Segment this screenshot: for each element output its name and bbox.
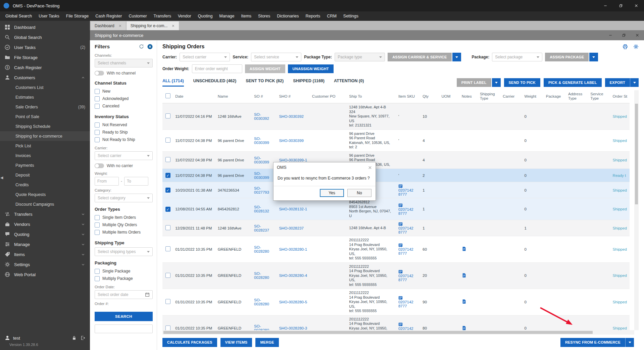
column-header-so[interactable]: SO #: [252, 90, 277, 103]
print-label-dropdown[interactable]: [492, 78, 501, 87]
sho-link[interactable]: SHO-0030392: [279, 114, 304, 118]
menu-item-manage[interactable]: Manage: [216, 11, 238, 21]
print-label-button[interactable]: PRINT LABEL: [457, 78, 491, 87]
table-row[interactable]: 12/08/2021 04:55 AM8454262812SO-0028132S…: [162, 198, 630, 220]
column-header-date[interactable]: Date: [173, 90, 216, 103]
menu-item-dictionaries[interactable]: Dictionaries: [274, 11, 302, 21]
row-checkbox[interactable]: [165, 326, 170, 330]
close-button[interactable]: [629, 0, 644, 11]
weight-from-input[interactable]: [95, 177, 119, 186]
status-tab-sent-to-pick-82[interactable]: SENT TO PICK (82): [246, 79, 284, 87]
printer-icon[interactable]: [623, 44, 628, 49]
carrier-select[interactable]: Select carrier: [95, 151, 153, 160]
mdi-minimize-icon[interactable]: [608, 33, 612, 37]
sku-value[interactable]: 0207142 8777: [398, 327, 413, 330]
table-row[interactable]: 01/31/2022 10:35 PMGREENFELDSO-0028280SH…: [162, 236, 630, 263]
row-checkbox[interactable]: [165, 138, 170, 143]
pick-generate-label-button[interactable]: PICK & GENERATE LABEL: [544, 78, 602, 87]
menu-item-customer[interactable]: Customer: [125, 11, 150, 21]
calculate-packages-button[interactable]: CALCULATE PACKAGES: [162, 338, 217, 347]
checkbox-box[interactable]: [95, 269, 100, 274]
export-button[interactable]: EXPORT: [605, 78, 630, 87]
sidebar-item-quoting[interactable]: Quoting: [0, 229, 90, 239]
column-header-sho[interactable]: SHO #: [277, 90, 310, 103]
menu-item-stores[interactable]: Stores: [255, 11, 274, 21]
sidebar-item-vendors[interactable]: Vendors: [0, 219, 90, 229]
sidebar-item-cash-register[interactable]: $Cash Register: [0, 62, 90, 72]
checkbox-canceled[interactable]: Canceled: [95, 102, 153, 110]
note-icon[interactable]: [462, 246, 466, 251]
tab-close-icon[interactable]: [118, 24, 122, 28]
toolbar-carrier-select[interactable]: Select carrier: [180, 53, 230, 61]
sidebar-item-settings[interactable]: Settings: [0, 259, 90, 269]
note-icon[interactable]: [462, 299, 466, 304]
with-no-channel-toggle[interactable]: With no channel: [95, 71, 153, 76]
table-row[interactable]: 12/28/2021 11:48 PM1248 16thAveSO-002823…: [162, 220, 630, 236]
row-checkbox[interactable]: [165, 113, 170, 118]
checkbox-multiple-qty-orders[interactable]: Multiple Qty Orders: [95, 221, 153, 229]
filters-close-icon[interactable]: [147, 44, 153, 49]
sidebar-item-manage[interactable]: Manage: [0, 239, 90, 249]
status-tab-unscheduled-462[interactable]: UNSCHEDULED (462): [193, 79, 237, 87]
sho-link[interactable]: SHO-0030399-1: [279, 158, 307, 162]
resync-from-ecommerce-button[interactable]: RESYNC FROM E-COMMERCE: [560, 338, 625, 347]
checkbox-box[interactable]: [95, 89, 100, 94]
menu-item-file-storage[interactable]: File Storage: [63, 11, 92, 21]
sidebar-item-global-search[interactable]: Global Search: [0, 32, 90, 42]
note-icon[interactable]: [462, 326, 466, 330]
sku-value[interactable]: 0207142 8777: [398, 300, 413, 308]
so-link[interactable]: SO-0030392: [254, 112, 269, 120]
sho-link[interactable]: SHO-0028132-1: [279, 207, 307, 211]
sidebar-item-customers-list[interactable]: Customers List: [0, 83, 90, 92]
menu-item-reports[interactable]: Reports: [302, 11, 324, 21]
status-tab-all-1714[interactable]: ALL (1714): [162, 79, 184, 87]
sidebar-collapse-arrow[interactable]: ◀: [0, 176, 3, 180]
column-header-service-type[interactable]: Service Type: [588, 90, 610, 103]
mdi-restore-icon[interactable]: [622, 33, 626, 37]
logout-icon[interactable]: [81, 336, 85, 340]
checkbox-new[interactable]: New: [95, 88, 153, 95]
row-checkbox[interactable]: [165, 188, 170, 193]
sidebar-item-dashboard[interactable]: Dashboard: [0, 22, 90, 32]
search-button[interactable]: SEARCH: [95, 312, 153, 321]
table-row[interactable]: 11/07/2022 04:38 PM96 parent DriveSO-003…: [162, 169, 630, 182]
sidebar-item-user-tasks[interactable]: User Tasks(2): [0, 42, 90, 52]
shipping-type-select[interactable]: Select shipping types: [95, 247, 153, 256]
yes-button[interactable]: Yes: [320, 189, 344, 197]
checkbox-multiply-package[interactable]: Multiply Package: [95, 275, 153, 282]
sidebar-item-pick-list[interactable]: Pick List: [0, 141, 90, 151]
checkbox-single-package[interactable]: Single Package: [95, 267, 153, 275]
sidebar-item-sale-orders[interactable]: Sale Orders(39): [0, 102, 90, 112]
document-tab-shipping-for-e-com[interactable]: Shipping for e-com...: [127, 21, 179, 30]
checkbox-box[interactable]: [95, 96, 100, 101]
so-link[interactable]: SO-0028237: [254, 224, 269, 232]
so-link[interactable]: SO-0028280: [254, 271, 269, 280]
checkbox-box[interactable]: [95, 276, 100, 281]
calendar-icon[interactable]: [145, 292, 150, 297]
menu-item-vendor[interactable]: Vendor: [175, 11, 195, 21]
order-date-field[interactable]: [98, 292, 145, 297]
sku-value[interactable]: 0207142 8777: [398, 247, 413, 255]
checkbox-box[interactable]: [95, 230, 100, 235]
assign-package-button[interactable]: ASSIGN PACKAGE: [545, 53, 589, 61]
table-row[interactable]: 01/31/2022 10:35 PMGREENFELDSO-0028280SH…: [162, 289, 630, 315]
menu-item-transfers[interactable]: Transfers: [150, 11, 175, 21]
order-date-input[interactable]: [95, 290, 153, 299]
column-header-ship-to[interactable]: Ship To: [347, 90, 396, 103]
sku-value[interactable]: 0207142 8777: [398, 207, 413, 215]
column-header-uom[interactable]: UOM: [439, 90, 459, 103]
gear-icon[interactable]: [633, 44, 639, 49]
sidebar-item-quote-requests[interactable]: Quote Requests: [0, 190, 90, 199]
column-header-package[interactable]: Package: [544, 90, 566, 103]
weight-to-input[interactable]: [124, 177, 148, 186]
row-checkbox[interactable]: [165, 157, 170, 162]
order-number-input[interactable]: [95, 324, 153, 333]
assign-carrier-service-dropdown[interactable]: [452, 53, 461, 61]
note-icon[interactable]: [462, 273, 466, 278]
sidebar-item-shipping-for-e-commerce[interactable]: Shipping for e-commerce: [0, 131, 90, 141]
sho-link[interactable]: SHO-0028280-5: [279, 300, 307, 304]
column-header-qty[interactable]: Qty: [420, 90, 439, 103]
checkbox-not-reserved[interactable]: Not Reserved: [95, 121, 153, 129]
row-checkbox[interactable]: [165, 173, 170, 178]
column-header-notes[interactable]: Notes: [460, 90, 478, 103]
